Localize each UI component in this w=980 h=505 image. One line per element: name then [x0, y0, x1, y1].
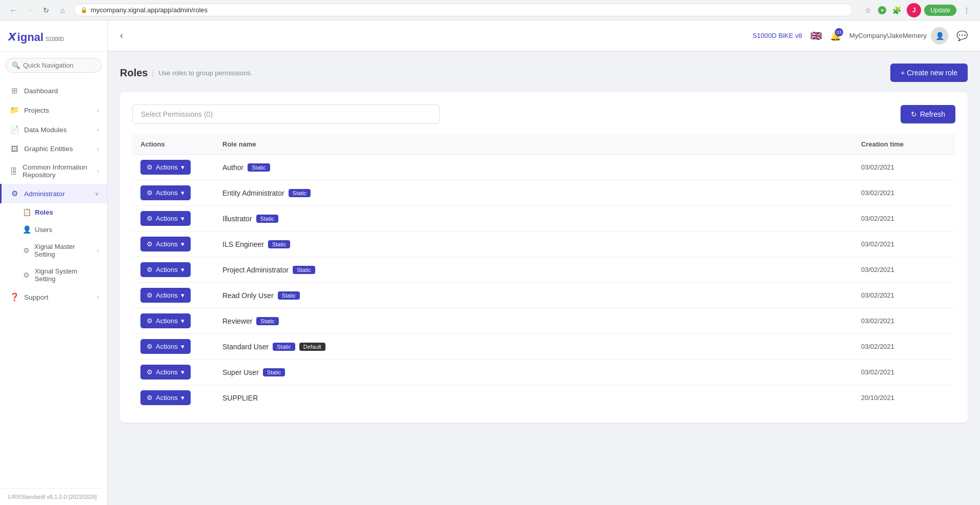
gear-icon: ⚙ — [147, 215, 153, 222]
role-badge-static: Static — [248, 163, 270, 172]
actions-cell: ⚙ Actions ▾ — [132, 334, 214, 360]
actions-button[interactable]: ⚙ Actions ▾ — [140, 211, 191, 226]
actions-button[interactable]: ⚙ Actions ▾ — [140, 237, 191, 251]
search-input[interactable] — [23, 61, 95, 69]
collapse-sidebar-button[interactable]: ‹ — [120, 30, 123, 41]
page-title: Roles — [120, 67, 148, 79]
sidebar-item-dashboard-label: Dashboard — [24, 87, 58, 95]
role-name-cell: SUPPLIER — [214, 385, 853, 411]
administrator-chevron-icon: ∨ — [95, 191, 99, 197]
actions-button[interactable]: ⚙ Actions ▾ — [140, 262, 191, 277]
creation-time-cell: 03/02/2021 — [853, 360, 955, 385]
role-name-text: Entity AdministratorStatic — [222, 189, 845, 197]
data-modules-icon: 📄 — [10, 125, 19, 134]
table-row: ⚙ Actions ▾AuthorStatic03/02/2021 — [132, 155, 955, 180]
role-name-cell: AuthorStatic — [214, 155, 853, 180]
administrator-icon: ⚙ — [10, 189, 19, 198]
reload-button[interactable]: ↻ — [39, 3, 53, 17]
sidebar-item-xignal-master-setting[interactable]: ⚙ Xignal Master Setting › — [0, 238, 107, 263]
actions-button[interactable]: ⚙ Actions ▾ — [140, 339, 191, 354]
menu-button[interactable]: ⋮ — [959, 3, 974, 17]
chat-button[interactable]: 💬 — [956, 30, 968, 41]
app-version-label: S1000D BiKE v8 — [752, 32, 802, 39]
sidebar-item-projects[interactable]: 📁 Projects › — [0, 100, 107, 120]
back-button[interactable]: ← — [6, 3, 21, 17]
page-header: Roles Use roles to group permissions. + … — [120, 64, 968, 82]
table-header-row: Actions Role name Creation time — [132, 134, 955, 155]
logo-ignal: ignal — [17, 31, 44, 44]
role-badge-static: Static — [263, 368, 285, 376]
sidebar-item-support[interactable]: ❓ Support › — [0, 287, 107, 307]
role-name-cell: Project AdministratorStatic — [214, 257, 853, 283]
actions-button[interactable]: ⚙ Actions ▾ — [140, 160, 191, 175]
gear-icon: ⚙ — [147, 394, 153, 402]
role-name-cell: ILS EngineerStatic — [214, 232, 853, 257]
main-content: ‹ S1000D BiKE v8 🇬🇧 🔔 03 MyCompany\JakeM… — [108, 20, 980, 505]
update-button[interactable]: Update — [924, 5, 956, 16]
page-title-area: Roles Use roles to group permissions. — [120, 67, 252, 79]
table-row: ⚙ Actions ▾Super UserStatic03/02/2021 — [132, 360, 955, 385]
actions-cell: ⚙ Actions ▾ — [132, 232, 214, 257]
sidebar-nav: ⊞ Dashboard 📁 Projects › 📄 Data Modules … — [0, 79, 107, 488]
sidebar-item-graphic-entities[interactable]: 🖼 Graphic Entities › — [0, 139, 107, 158]
sidebar-search-container[interactable]: 🔍 — [5, 58, 102, 73]
sidebar-item-data-modules[interactable]: 📄 Data Modules › — [0, 120, 107, 139]
col-header-actions: Actions — [132, 134, 214, 155]
sidebar-item-common-info[interactable]: 🗄 Common Information Repository › — [0, 158, 107, 184]
actions-cell: ⚙ Actions ▾ — [132, 308, 214, 334]
actions-cell: ⚙ Actions ▾ — [132, 283, 214, 308]
role-name-text: ReviewerStatic — [222, 317, 845, 325]
sidebar-item-xignal-system-setting[interactable]: ⚙ Xignal System Setting — [0, 263, 107, 287]
actions-cell: ⚙ Actions ▾ — [132, 155, 214, 180]
address-bar[interactable]: 🔒 mycompany.xignal.app/app/admin/roles — [74, 4, 852, 16]
creation-time-cell: 03/02/2021 — [853, 206, 955, 232]
actions-button[interactable]: ⚙ Actions ▾ — [140, 390, 191, 405]
sidebar-item-xignal-master-label: Xignal Master Setting — [34, 243, 93, 258]
profile-avatar[interactable]: J — [907, 3, 921, 17]
chevron-down-icon: ▾ — [181, 394, 185, 402]
actions-button[interactable]: ⚙ Actions ▾ — [140, 185, 191, 200]
gear-icon: ⚙ — [147, 189, 153, 197]
forward-button[interactable]: → — [23, 3, 37, 17]
table-row: ⚙ Actions ▾ILS EngineerStatic03/02/2021 — [132, 232, 955, 257]
actions-button[interactable]: ⚙ Actions ▾ — [140, 288, 191, 303]
page-content: Roles Use roles to group permissions. + … — [108, 51, 980, 435]
bookmark-button[interactable]: ☆ — [861, 3, 875, 17]
create-new-role-button[interactable]: + Create new role — [890, 64, 968, 82]
role-name-text: AuthorStatic — [222, 163, 845, 172]
browser-nav-buttons: ← → ↻ ⌂ — [6, 3, 70, 17]
role-name-text: Super UserStatic — [222, 368, 845, 376]
role-name-cell: ReviewerStatic — [214, 308, 853, 334]
sidebar-item-users-label: Users — [35, 226, 52, 234]
notification-button[interactable]: 🔔 03 — [830, 30, 841, 41]
role-name-text: SUPPLIER — [222, 394, 845, 402]
filter-bar: Select Permissions (0) ↻ Refresh — [132, 104, 955, 124]
role-name-cell: Entity AdministratorStatic — [214, 180, 853, 206]
table-row: ⚙ Actions ▾Read Only UserStatic03/02/202… — [132, 283, 955, 308]
data-modules-chevron-icon: › — [97, 127, 99, 133]
actions-button[interactable]: ⚙ Actions ▾ — [140, 313, 191, 328]
col-header-role-name: Role name — [214, 134, 853, 155]
actions-button[interactable]: ⚙ Actions ▾ — [140, 365, 191, 380]
sidebar-item-roles[interactable]: 📋 Roles — [0, 203, 107, 221]
home-button[interactable]: ⌂ — [55, 3, 70, 17]
language-flag[interactable]: 🇬🇧 — [810, 30, 822, 41]
search-icon: 🔍 — [12, 61, 20, 69]
sidebar-item-administrator[interactable]: ⚙ Administrator ∨ — [0, 184, 107, 203]
chevron-down-icon: ▾ — [181, 343, 185, 350]
sidebar-item-data-modules-label: Data Modules — [24, 126, 67, 134]
page-subtitle: Use roles to group permissions. — [153, 69, 252, 77]
role-badge-static: Static — [256, 215, 279, 223]
sidebar-item-dashboard[interactable]: ⊞ Dashboard — [0, 81, 107, 100]
permissions-select[interactable]: Select Permissions (0) — [132, 104, 440, 124]
projects-chevron-icon: › — [97, 107, 99, 113]
gear-icon: ⚙ — [147, 343, 153, 350]
refresh-button[interactable]: ↻ Refresh — [901, 105, 955, 123]
table-row: ⚙ Actions ▾ReviewerStatic03/02/2021 — [132, 308, 955, 334]
sidebar-item-users[interactable]: 👤 Users — [0, 221, 107, 238]
gear-icon: ⚙ — [147, 291, 153, 299]
sidebar: x ignal S1000D 🔍 ⊞ Dashboard 📁 Projects … — [0, 20, 108, 505]
extensions-button[interactable]: 🧩 — [889, 3, 904, 17]
role-name-cell: Standard UserStaticDefault — [214, 334, 853, 360]
gear-icon: ⚙ — [147, 368, 153, 376]
